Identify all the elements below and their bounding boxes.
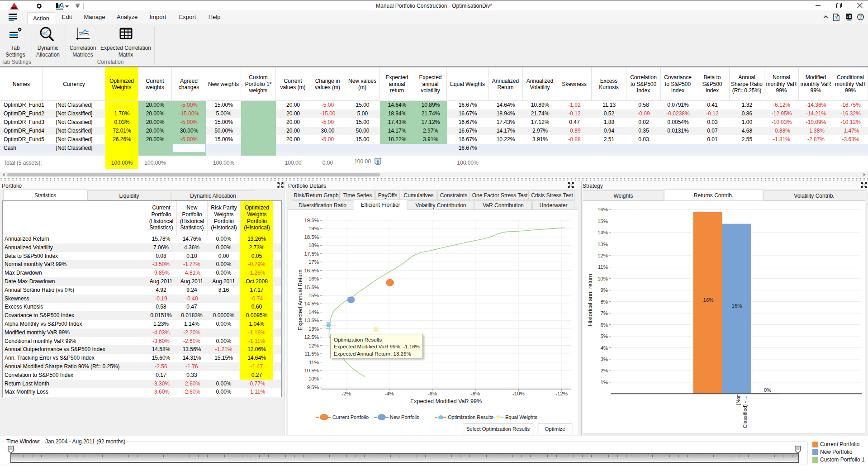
svg-text:10%: 10% [598,276,608,281]
svg-text:17%: 17% [308,259,319,265]
svg-text:11%: 11% [309,360,319,365]
svg-text:11%: 11% [598,264,608,270]
svg-text:19%: 19% [308,226,319,231]
svg-text:-8%: -8% [471,391,480,396]
svg-text:16%: 16% [703,297,713,303]
svg-text:4%: 4% [600,345,608,351]
svg-text:15%: 15% [598,219,608,224]
svg-text:12.5%: 12.5% [304,334,319,340]
svg-text:13.5%: 13.5% [304,318,319,323]
svg-text:[Not: [Not [735,395,741,405]
svg-text:12%: 12% [308,343,319,348]
svg-text:18.5%: 18.5% [304,234,319,240]
svg-text:16%: 16% [598,207,608,212]
svg-text:18%: 18% [308,243,319,248]
svg-text:13%: 13% [598,242,608,247]
svg-text:1%: 1% [600,380,608,385]
svg-text:12%: 12% [598,253,608,258]
svg-text:10%: 10% [308,376,319,381]
svg-text:7%: 7% [600,310,608,316]
svg-text:14%: 14% [598,230,608,235]
svg-text:?: ? [859,14,862,19]
svg-text:X: X [835,15,838,20]
svg-text:11.5%: 11.5% [304,351,319,357]
svg-text:17.5%: 17.5% [304,251,319,257]
svg-text:3%: 3% [600,357,608,362]
svg-text:-12%: -12% [555,391,568,396]
svg-text:15.5%: 15.5% [304,285,319,290]
svg-text:Expected Modified VaR 99%: Expected Modified VaR 99% [410,398,482,404]
svg-text:-2%: -2% [342,391,351,396]
svg-text:14%: 14% [308,309,319,315]
svg-text:9%: 9% [600,287,608,293]
svg-text:6%: 6% [600,322,608,328]
svg-text:Historical ann. return: Historical ann. return [587,274,593,326]
svg-text:14.5%: 14.5% [304,301,319,306]
svg-text:-10%: -10% [512,391,525,396]
svg-text:API: API [847,19,852,21]
svg-text:-6%: -6% [428,391,437,396]
svg-text:13%: 13% [308,326,319,332]
svg-text:Expected Annual Return: Expected Annual Return [297,270,304,331]
svg-text:x: x [847,15,849,19]
svg-text:8%: 8% [600,299,608,304]
svg-text:10.5%: 10.5% [304,368,319,373]
svg-text:16.5%: 16.5% [304,268,319,273]
svg-text:15%: 15% [308,293,319,298]
svg-text:0%: 0% [764,387,772,393]
svg-text:-4%: -4% [384,391,394,396]
svg-text:16%: 16% [308,276,319,281]
svg-text:9.5%: 9.5% [307,385,319,390]
svg-text:2%: 2% [600,368,608,373]
svg-text:5%: 5% [600,333,608,339]
svg-text:15%: 15% [731,303,742,309]
svg-text:19.5%: 19.5% [304,218,319,223]
svg-text:Classified] - ...: Classified] - ... [742,395,748,428]
